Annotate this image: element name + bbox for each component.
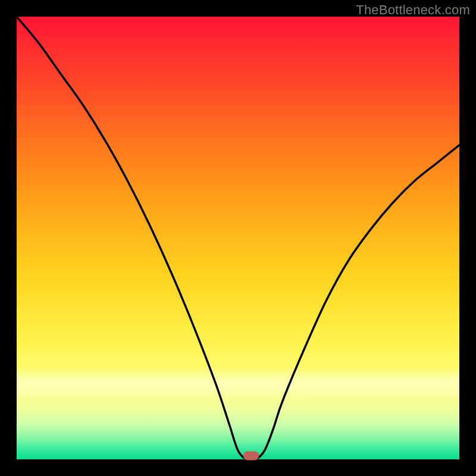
chart-frame: TheBottleneck.com: [0, 0, 476, 476]
bottleneck-curve: [17, 17, 459, 459]
optimal-marker: [243, 452, 259, 461]
watermark-text: TheBottleneck.com: [356, 2, 470, 18]
gradient-plot-area: [17, 17, 459, 459]
